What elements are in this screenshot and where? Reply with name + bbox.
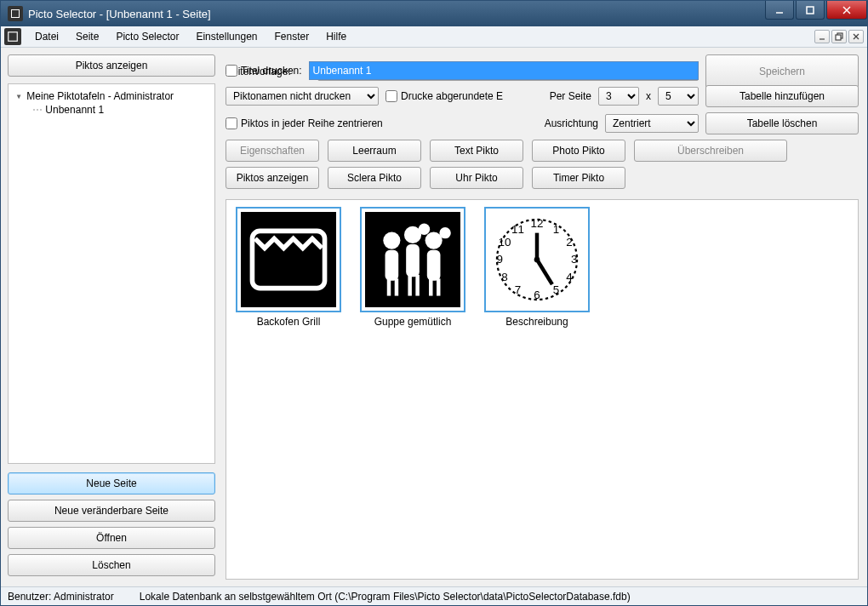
tree-item-label: Unbenannt 1 xyxy=(45,104,104,116)
svg-point-16 xyxy=(383,232,400,249)
titel-drucken-checkbox[interactable] xyxy=(226,65,237,77)
svg-point-46 xyxy=(534,257,540,263)
menu-seite[interactable]: Seite xyxy=(69,29,106,44)
status-db: Lokale Datenbank an selbstgewähltem Ort … xyxy=(140,591,631,603)
svg-rect-19 xyxy=(395,278,398,295)
loeschen-button[interactable]: Löschen xyxy=(8,554,215,576)
svg-point-28 xyxy=(419,223,430,234)
svg-text:8: 8 xyxy=(501,271,507,283)
neue-seite-button[interactable]: Neue Seite xyxy=(8,472,215,495)
show-piktos-button[interactable]: Piktos anzeigen xyxy=(8,54,215,77)
maximize-button[interactable] xyxy=(796,1,825,20)
svg-text:2: 2 xyxy=(566,236,572,249)
timer-pikto-button[interactable]: Timer Pikto xyxy=(532,167,625,189)
status-user: Benutzer: Administrator xyxy=(8,591,114,603)
ausrichtung-label: Ausrichtung xyxy=(545,117,598,129)
svg-text:10: 10 xyxy=(498,236,511,249)
abgerundet-label: Drucke abgerundete E xyxy=(401,90,503,102)
sidebar: Piktos anzeigen ▾ Meine Piktotafeln - Ad… xyxy=(1,48,222,586)
tree-collapse-icon[interactable]: ▾ xyxy=(14,90,24,102)
svg-text:3: 3 xyxy=(571,253,577,266)
x-label: x xyxy=(646,90,651,102)
per-seite-width-combo[interactable]: 3 xyxy=(598,87,639,106)
svg-rect-17 xyxy=(385,250,399,281)
zentrieren-checkbox[interactable] xyxy=(226,117,237,129)
picto-item[interactable]: Backofen Grill xyxy=(233,207,344,328)
close-button[interactable] xyxy=(826,1,867,20)
svg-text:11: 11 xyxy=(511,223,524,236)
abgerundet-checkbox[interactable] xyxy=(385,90,397,102)
tree-view[interactable]: ▾ Meine Piktotafeln - Administrator ⋯ Un… xyxy=(8,83,215,464)
picto-frame: 1212 345 678 91011 xyxy=(484,207,590,312)
picto-item[interactable]: Guppe gemütlich xyxy=(357,207,468,328)
picto-frame xyxy=(360,207,465,312)
svg-point-29 xyxy=(439,227,450,238)
photo-pikto-button[interactable]: Photo Pikto xyxy=(532,140,625,162)
mdi-restore-button[interactable] xyxy=(831,30,847,43)
svg-rect-27 xyxy=(437,278,440,295)
menu-fenster[interactable]: Fenster xyxy=(267,29,316,44)
piktos-anzeigen-button[interactable]: Piktos anzeigen xyxy=(226,167,319,189)
menu-picto-selector[interactable]: Picto Selector xyxy=(109,29,186,44)
eigenschaften-button[interactable]: Eigenschaften xyxy=(226,140,319,162)
uhr-pikto-button[interactable]: Uhr Pikto xyxy=(430,167,523,189)
svg-text:5: 5 xyxy=(553,283,559,296)
oven-grill-icon xyxy=(241,212,336,307)
clock-icon: 1212 345 678 91011 xyxy=(489,212,585,307)
svg-rect-22 xyxy=(408,275,411,296)
minimize-button[interactable] xyxy=(765,1,794,20)
mdi-minimize-button[interactable] xyxy=(814,30,830,43)
svg-text:4: 4 xyxy=(566,271,573,283)
text-pikto-button[interactable]: Text Pikto xyxy=(430,140,523,162)
per-seite-height-combo[interactable]: 5 xyxy=(658,87,699,106)
svg-rect-21 xyxy=(406,244,420,277)
main-window: Picto Selector - [Unbenannt 1 - Seite] D… xyxy=(0,0,868,606)
menubar: Datei Seite Picto Selector Einstellungen… xyxy=(1,26,867,48)
titel-input[interactable] xyxy=(309,61,699,80)
picto-item[interactable]: 1212 345 678 91011 Beschreibung xyxy=(482,207,592,328)
picto-canvas[interactable]: Backofen Grill xyxy=(226,199,859,580)
group-people-icon xyxy=(365,212,460,307)
tree-root[interactable]: ▾ Meine Piktotafeln - Administrator xyxy=(12,89,211,103)
picto-caption: Backofen Grill xyxy=(257,316,321,328)
svg-text:7: 7 xyxy=(515,283,521,296)
svg-rect-18 xyxy=(387,278,391,295)
menu-einstellungen[interactable]: Einstellungen xyxy=(189,29,264,44)
client-area: Piktos anzeigen ▾ Meine Piktotafeln - Ad… xyxy=(1,48,867,605)
svg-text:6: 6 xyxy=(534,289,540,301)
svg-rect-26 xyxy=(429,278,432,295)
svg-rect-10 xyxy=(836,35,841,40)
picto-caption: Guppe gemütlich xyxy=(374,316,452,328)
oeffnen-button[interactable]: Öffnen xyxy=(8,527,215,549)
svg-rect-1 xyxy=(12,10,19,17)
piktonamen-combo[interactable]: Piktonamen nicht drucken xyxy=(226,87,379,106)
svg-text:1: 1 xyxy=(553,223,559,236)
leerraum-button[interactable]: Leerraum xyxy=(328,140,421,162)
mdi-close-button[interactable] xyxy=(848,30,864,43)
ausrichtung-combo[interactable]: Zentriert xyxy=(605,114,699,133)
app-icon-small xyxy=(4,28,21,45)
svg-rect-3 xyxy=(807,7,814,14)
window-title: Picto Selector - [Unbenannt 1 - Seite] xyxy=(28,8,763,20)
status-bar: Benutzer: Administrator Lokale Datenbank… xyxy=(1,586,867,605)
tree-item[interactable]: ⋯ Unbenannt 1 xyxy=(12,103,211,117)
sclera-pikto-button[interactable]: Sclera Pikto xyxy=(328,167,421,189)
picto-caption: Beschreibung xyxy=(505,316,568,328)
neue-veraenderbare-seite-button[interactable]: Neue veränderbare Seite xyxy=(8,500,215,522)
svg-text:12: 12 xyxy=(531,217,544,230)
menu-datei[interactable]: Datei xyxy=(28,29,66,44)
svg-rect-7 xyxy=(9,32,16,40)
titel-drucken-label: Titel drucken: xyxy=(241,65,302,77)
picto-frame xyxy=(236,207,341,312)
svg-rect-25 xyxy=(427,250,441,281)
main-content: Seitenvorlage: Standard Pikto Selector (… xyxy=(222,48,867,586)
svg-rect-13 xyxy=(241,212,336,307)
tree-root-label: Meine Piktotafeln - Administrator xyxy=(26,90,174,102)
per-seite-label: Per Seite xyxy=(550,90,591,102)
svg-rect-23 xyxy=(415,275,419,296)
ueberschreiben-button[interactable]: Überschreiben xyxy=(634,140,787,162)
tabelle-loeschen-button[interactable]: Tabelle löschen xyxy=(705,112,859,134)
tabelle-hinzufuegen-button[interactable]: Tabelle hinzufügen xyxy=(705,85,859,107)
titlebar: Picto Selector - [Unbenannt 1 - Seite] xyxy=(1,1,867,26)
menu-hilfe[interactable]: Hilfe xyxy=(319,29,353,44)
